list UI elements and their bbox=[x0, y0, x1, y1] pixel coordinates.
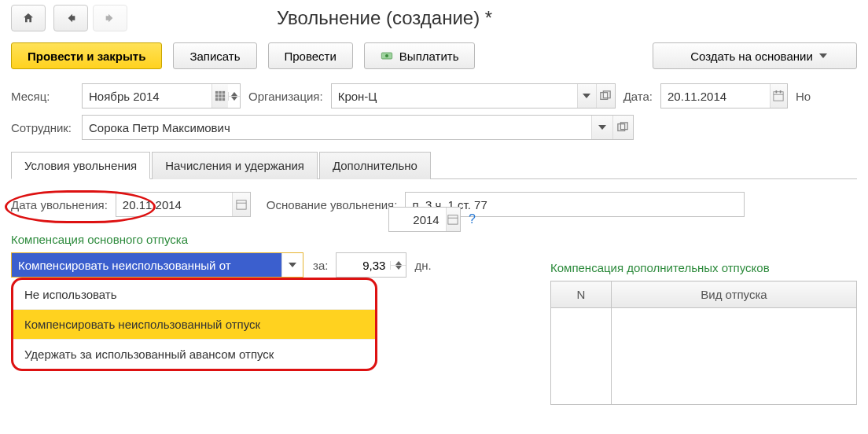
svg-point-1 bbox=[385, 54, 388, 57]
days-input[interactable] bbox=[337, 259, 390, 272]
tab-additional[interactable]: Дополнительно bbox=[319, 152, 431, 179]
compensation-main-title: Компенсация основного отпуска bbox=[11, 233, 857, 246]
pay-button-label: Выплатить bbox=[399, 50, 459, 63]
month-input[interactable] bbox=[83, 84, 211, 108]
number-label: Но bbox=[796, 90, 811, 103]
extra-vacation-table: N Вид отпуска bbox=[550, 281, 857, 405]
svg-rect-6 bbox=[219, 94, 222, 97]
chevron-down-icon[interactable] bbox=[281, 253, 303, 277]
money-icon bbox=[381, 50, 393, 62]
svg-rect-21 bbox=[448, 215, 458, 224]
month-spinner[interactable] bbox=[228, 92, 240, 101]
date-input[interactable] bbox=[661, 84, 770, 108]
svg-rect-10 bbox=[223, 98, 226, 101]
help-icon[interactable]: ? bbox=[469, 212, 476, 226]
spin-down-icon[interactable] bbox=[390, 266, 406, 270]
compensation-dropdown: Не использовать Компенсировать неиспольз… bbox=[11, 278, 377, 371]
post-button[interactable]: Провести bbox=[268, 42, 353, 69]
org-input[interactable] bbox=[332, 84, 577, 108]
create-based-label: Создать на основании bbox=[690, 50, 813, 63]
org-dropdown-icon[interactable] bbox=[577, 84, 596, 108]
spin-down-icon[interactable] bbox=[228, 97, 240, 101]
compensation-selected-text: Компенсировать неиспользованный от bbox=[12, 253, 281, 277]
svg-rect-9 bbox=[219, 98, 222, 101]
dismiss-date-label: Дата увольнения: bbox=[11, 198, 108, 211]
save-button[interactable]: Записать bbox=[173, 42, 256, 69]
home-icon bbox=[22, 12, 35, 24]
dismiss-date-input[interactable] bbox=[116, 193, 232, 216]
svg-rect-3 bbox=[219, 91, 222, 94]
compensation-extra-title: Компенсация дополнительных отпусков bbox=[550, 261, 857, 274]
tab-dismissal-conditions[interactable]: Условия увольнения bbox=[11, 152, 150, 179]
calendar-icon[interactable] bbox=[232, 193, 250, 216]
svg-rect-5 bbox=[215, 94, 219, 97]
arrow-left-icon bbox=[64, 12, 77, 24]
employee-field[interactable] bbox=[82, 115, 634, 140]
home-button[interactable] bbox=[11, 5, 46, 31]
month-picker-icon[interactable] bbox=[211, 84, 229, 108]
month-label: Месяц: bbox=[11, 90, 74, 103]
compensation-option-compensate[interactable]: Компенсировать неиспользованный отпуск bbox=[13, 309, 375, 339]
compensation-option-withhold[interactable]: Удержать за использованный авансом отпус… bbox=[13, 339, 375, 369]
svg-rect-4 bbox=[223, 91, 226, 94]
dismiss-date-field[interactable] bbox=[116, 192, 251, 217]
svg-rect-13 bbox=[774, 92, 783, 101]
dismiss-reason-label: Основание увольнения: bbox=[267, 198, 398, 211]
employee-dropdown-icon[interactable] bbox=[591, 116, 612, 139]
post-and-close-button[interactable]: Провести и закрыть bbox=[11, 42, 162, 69]
days-unit: дн. bbox=[414, 259, 431, 272]
compensation-type-select[interactable]: Компенсировать неиспользованный от Не ис… bbox=[11, 252, 303, 278]
back-button[interactable] bbox=[53, 5, 88, 31]
employee-label: Сотрудник: bbox=[11, 121, 74, 134]
period-end-field[interactable] bbox=[388, 207, 461, 232]
page-title: Увольнение (создание) * bbox=[277, 7, 492, 29]
svg-rect-2 bbox=[215, 91, 219, 94]
tab-accruals[interactable]: Начисления и удержания bbox=[152, 152, 318, 179]
date-label: Дата: bbox=[623, 90, 653, 103]
days-field[interactable] bbox=[336, 252, 406, 278]
create-based-on-button[interactable]: Создать на основании bbox=[653, 42, 857, 69]
org-open-icon[interactable] bbox=[596, 84, 615, 108]
col-n: N bbox=[551, 281, 612, 308]
svg-rect-8 bbox=[215, 98, 219, 101]
month-field[interactable] bbox=[82, 83, 241, 108]
employee-input[interactable] bbox=[83, 116, 591, 139]
pay-button[interactable]: Выплатить bbox=[364, 42, 476, 69]
svg-rect-7 bbox=[223, 94, 226, 97]
table-row[interactable] bbox=[612, 308, 857, 405]
forward-button[interactable] bbox=[93, 5, 127, 31]
period-end-input[interactable] bbox=[389, 208, 446, 231]
arrow-right-icon bbox=[104, 12, 116, 24]
org-label: Организация: bbox=[248, 90, 323, 103]
days-spinner[interactable] bbox=[390, 261, 406, 270]
calendar-icon[interactable] bbox=[446, 208, 460, 231]
for-label: за: bbox=[313, 259, 328, 272]
chevron-down-icon bbox=[819, 53, 827, 58]
table-row[interactable] bbox=[551, 308, 612, 405]
compensation-option-none[interactable]: Не использовать bbox=[13, 280, 375, 309]
calendar-icon[interactable] bbox=[770, 84, 787, 108]
col-vacation-type: Вид отпуска bbox=[612, 281, 857, 308]
svg-rect-19 bbox=[237, 200, 246, 209]
tabs: Условия увольнения Начисления и удержани… bbox=[11, 151, 857, 179]
org-field[interactable] bbox=[331, 83, 616, 108]
date-field[interactable] bbox=[660, 83, 788, 108]
employee-open-icon[interactable] bbox=[612, 116, 633, 139]
